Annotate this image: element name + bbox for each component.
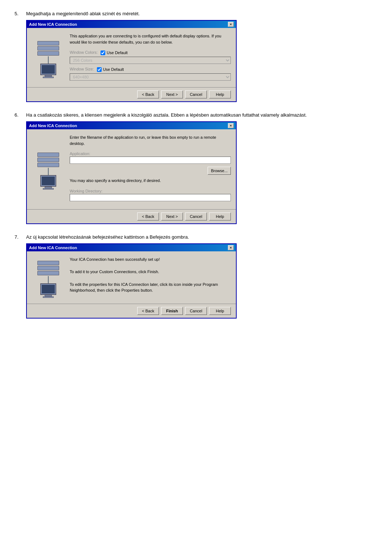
cancel-button-2[interactable]: Cancel: [185, 212, 207, 220]
dialog-titlebar-2: Add New ICA Connection ×: [27, 122, 236, 129]
server-computer-icon-3: [34, 259, 63, 296]
monitor-3: [40, 283, 56, 295]
step-number-6: 6.: [15, 112, 22, 224]
server-box-9: [37, 271, 59, 275]
dialog-right-2: Enter the filename of the application to…: [70, 134, 231, 204]
workdir-desc: You may also specify a working directory…: [70, 178, 231, 184]
window-size-label: Window Size:: [70, 67, 94, 71]
colors-select[interactable]: 256 Colors: [70, 57, 231, 64]
close-button-2[interactable]: ×: [228, 123, 234, 128]
step-number-7: 7.: [15, 234, 22, 319]
dialog-title-2: Add New ICA Connection: [29, 123, 77, 128]
monitor-base-3: [43, 296, 54, 298]
dialog-titlebar-1: Add New ICA Connection ×: [27, 21, 236, 28]
dialog-title-3: Add New ICA Connection: [29, 246, 77, 250]
finish-button[interactable]: Finish: [161, 307, 183, 315]
dialog-titlebar-3: Add New ICA Connection ×: [27, 244, 236, 251]
size-select[interactable]: 640×480: [70, 73, 231, 81]
server-box-5: [37, 158, 59, 162]
dialog-footer-2: < Back Next > Cancel Help: [27, 209, 236, 223]
server-box-6: [37, 163, 59, 167]
next-button-2[interactable]: Next >: [161, 212, 183, 220]
wire-3: [48, 276, 49, 283]
use-default-size-text: Use Default: [103, 67, 124, 72]
cancel-button-1[interactable]: Cancel: [185, 90, 207, 98]
monitor-base-2: [43, 188, 54, 190]
dialog-right-1: This application you are connecting to i…: [70, 33, 231, 82]
dialog-right-3: Your ICA Connection has been successfull…: [70, 256, 231, 299]
step-7: 7. Az új kapcsolat létrehozásának befeje…: [15, 234, 377, 319]
step-content-5: Megadhatja a megjelenítendő ablak színét…: [26, 11, 377, 102]
back-button-2[interactable]: < Back: [137, 212, 159, 220]
server-box-8: [37, 266, 59, 270]
window-colors-row: Window Colors: Use Default: [70, 50, 231, 55]
step-number-5: 5.: [15, 11, 22, 102]
workdir-input[interactable]: [70, 194, 231, 201]
help-button-3[interactable]: Help: [209, 307, 231, 315]
wire-2: [48, 168, 49, 175]
use-default-size-checkbox[interactable]: [97, 67, 102, 72]
step-content-6: Ha a csatlakozás sikeres, a kliensen meg…: [26, 112, 377, 224]
wire-1: [48, 56, 49, 64]
application-input[interactable]: [70, 157, 231, 164]
application-label: Application:: [70, 151, 231, 156]
close-button-1[interactable]: ×: [228, 22, 234, 27]
server-icon-area-2: [32, 134, 65, 204]
back-button-1[interactable]: < Back: [137, 90, 159, 98]
monitor-screen-1: [42, 65, 55, 74]
dialog-3: Add New ICA Connection ×: [26, 243, 237, 319]
use-default-size-label[interactable]: Use Default: [97, 67, 124, 72]
window-size-row: Window Size: Use Default: [70, 67, 231, 72]
help-button-1[interactable]: Help: [209, 90, 231, 98]
step-content-7: Az új kapcsolat létrehozásának befejezés…: [26, 234, 377, 319]
step-text-7: Az új kapcsolat létrehozásának befejezés…: [26, 234, 377, 240]
dialog-body-1: This application you are connecting to i…: [27, 28, 236, 87]
dialog-footer-1: < Back Next > Cancel Help: [27, 87, 236, 101]
success-line3: To edit the properties for this ICA Conn…: [70, 281, 231, 293]
dialog-title-1: Add New ICA Connection: [29, 22, 77, 27]
dialog-desc-2: Enter the filename of the application to…: [70, 134, 231, 146]
back-button-3[interactable]: < Back: [137, 307, 159, 315]
step-5: 5. Megadhatja a megjelenítendő ablak szí…: [15, 11, 377, 102]
server-box-4: [37, 153, 59, 157]
next-button-1[interactable]: Next >: [161, 90, 183, 98]
window-size-section: Window Size: Use Default 640×480: [70, 67, 231, 81]
cancel-button-3[interactable]: Cancel: [185, 307, 207, 315]
server-computer-icon-2: [34, 151, 63, 187]
monitor-screen-2: [42, 177, 55, 185]
server-stack-1: [34, 41, 63, 56]
server-stack-3: [34, 261, 63, 275]
step-text-6: Ha a csatlakozás sikeres, a kliensen meg…: [26, 112, 377, 118]
step-text-5: Megadhatja a megjelenítendő ablak színét…: [26, 11, 377, 16]
server-stack-2: [34, 153, 63, 167]
browse-button[interactable]: Browse...: [208, 167, 231, 175]
dialog-body-2: Enter the filename of the application to…: [27, 129, 236, 209]
success-line2: To add it to your Custom Connections, cl…: [70, 269, 231, 275]
window-colors-label: Window Colors:: [70, 50, 98, 54]
dialog-desc-1: This application you are connecting to i…: [70, 33, 231, 45]
dialog-1: Add New ICA Connection ×: [26, 20, 237, 102]
step-6: 6. Ha a csatlakozás sikeres, a kliensen …: [15, 112, 377, 224]
monitor-screen-3: [42, 285, 55, 293]
server-box-3: [37, 51, 59, 56]
server-box-1: [37, 41, 59, 45]
workdir-label: Working Directory:: [70, 189, 231, 193]
colors-select-row: 256 Colors: [70, 57, 231, 64]
server-icon-area-3: [32, 256, 65, 299]
use-default-colors-checkbox[interactable]: [101, 50, 105, 55]
success-line1: Your ICA Connection has been successfull…: [70, 256, 231, 263]
use-default-colors-label[interactable]: Use Default: [101, 50, 127, 55]
dialog-footer-3: < Back Finish Cancel Help: [27, 304, 236, 318]
monitor-1: [40, 64, 56, 75]
server-computer-icon-1: [34, 40, 63, 76]
dialog-body-3: Your ICA Connection has been successfull…: [27, 251, 236, 304]
server-box-7: [37, 261, 59, 265]
browse-row: Browse...: [70, 167, 231, 175]
help-button-2[interactable]: Help: [209, 212, 231, 220]
dialog-2: Add New ICA Connection ×: [26, 121, 237, 224]
close-button-3[interactable]: ×: [228, 245, 234, 250]
monitor-base-1: [43, 77, 54, 78]
server-box-2: [37, 46, 59, 50]
use-default-colors-text: Use Default: [107, 50, 127, 55]
size-select-row: 640×480: [70, 73, 231, 81]
